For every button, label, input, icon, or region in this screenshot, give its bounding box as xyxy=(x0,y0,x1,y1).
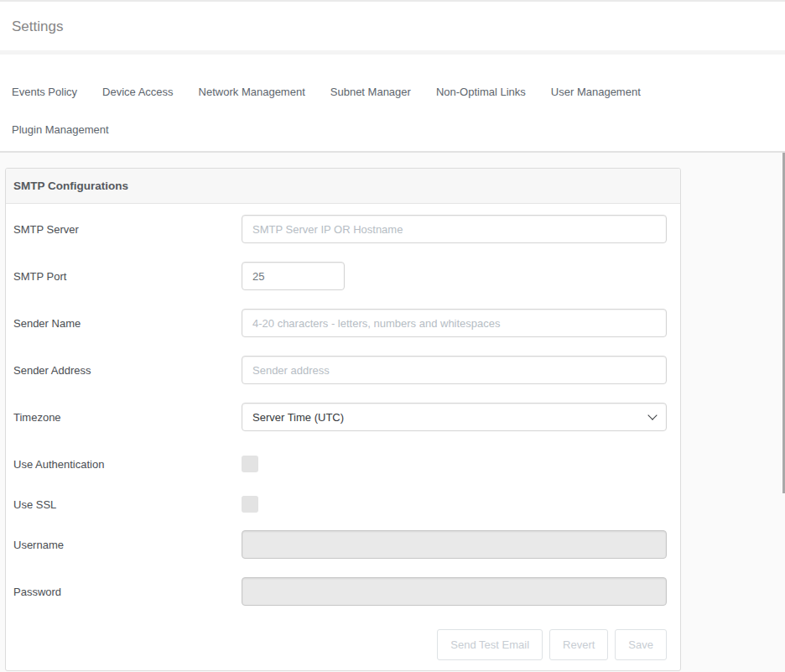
tab-user-management[interactable]: User Management xyxy=(551,86,641,98)
smtp-server-row: SMTP Server xyxy=(13,215,667,243)
smtp-port-label: SMTP Port xyxy=(13,270,242,283)
send-test-email-button[interactable]: Send Test Email xyxy=(437,629,543,660)
page-title: Settings xyxy=(12,18,63,35)
tab-plugin-management[interactable]: Plugin Management xyxy=(12,123,109,136)
smtp-port-row: SMTP Port xyxy=(13,262,667,290)
username-row: Username xyxy=(13,530,667,559)
revert-button[interactable]: Revert xyxy=(549,629,608,660)
sender-address-input[interactable] xyxy=(242,356,667,384)
sender-address-row: Sender Address xyxy=(13,356,667,384)
password-row: Password xyxy=(13,577,667,606)
tab-device-access[interactable]: Device Access xyxy=(102,86,174,98)
tab-subnet-manager[interactable]: Subnet Manager xyxy=(330,86,411,98)
timezone-selected-value: Server Time (UTC) xyxy=(252,411,344,424)
use-ssl-row: Use SSL xyxy=(13,490,667,518)
timezone-label: Timezone xyxy=(13,411,242,424)
save-button[interactable]: Save xyxy=(615,629,667,660)
password-label: Password xyxy=(13,586,242,598)
header-divider xyxy=(0,50,785,55)
tab-network-management[interactable]: Network Management xyxy=(199,86,305,98)
smtp-configurations-panel: SMTP Configurations SMTP Server SMTP Por… xyxy=(5,168,681,671)
use-authentication-label: Use Authentication xyxy=(13,458,242,471)
use-ssl-checkbox[interactable] xyxy=(242,496,258,513)
timezone-row: Timezone Server Time (UTC) xyxy=(13,403,667,431)
tab-row-1: Events Policy Device Access Network Mana… xyxy=(12,79,775,104)
settings-tab-bar: Events Policy Device Access Network Mana… xyxy=(12,79,775,142)
sender-name-row: Sender Name xyxy=(13,309,667,337)
tab-row-2: Plugin Management xyxy=(12,117,775,142)
chevron-down-icon xyxy=(647,410,657,419)
smtp-server-input[interactable] xyxy=(242,215,667,243)
use-ssl-label: Use SSL xyxy=(13,498,242,511)
top-border-line xyxy=(0,0,785,2)
sender-name-input[interactable] xyxy=(242,309,667,337)
use-authentication-checkbox[interactable] xyxy=(242,456,258,472)
smtp-server-label: SMTP Server xyxy=(13,223,242,236)
smtp-form: SMTP Server SMTP Port Sender Name Sender… xyxy=(6,204,680,670)
panel-actions: Send Test Email Revert Save xyxy=(13,629,667,660)
tab-non-optimal-links[interactable]: Non-Optimal Links xyxy=(436,86,526,98)
tab-events-policy[interactable]: Events Policy xyxy=(12,86,77,98)
username-input[interactable] xyxy=(242,530,667,559)
username-label: Username xyxy=(13,539,242,551)
timezone-select[interactable]: Server Time (UTC) xyxy=(242,403,667,431)
use-authentication-row: Use Authentication xyxy=(13,450,667,478)
sender-name-label: Sender Name xyxy=(13,317,242,330)
sender-address-label: Sender Address xyxy=(13,364,242,377)
password-input[interactable] xyxy=(242,577,667,606)
panel-title: SMTP Configurations xyxy=(6,169,680,204)
smtp-port-input[interactable] xyxy=(242,262,345,290)
